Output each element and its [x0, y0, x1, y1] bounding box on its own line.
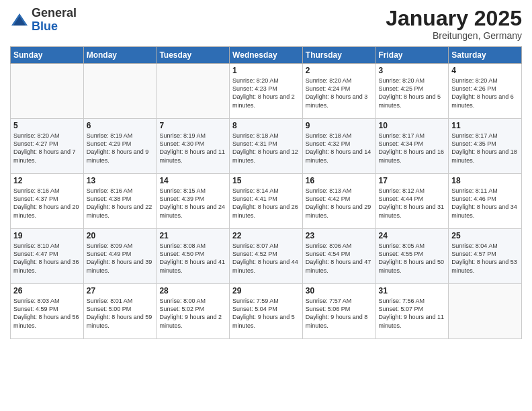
day-number: 20: [87, 231, 154, 240]
calendar-cell: 6Sunrise: 8:19 AM Sunset: 4:29 PM Daylig…: [83, 119, 157, 174]
day-number: 4: [451, 66, 519, 75]
day-info: Sunrise: 8:18 AM Sunset: 4:32 PM Dayligh…: [306, 132, 373, 165]
day-info: Sunrise: 8:18 AM Sunset: 4:31 PM Dayligh…: [232, 132, 300, 165]
page-header: General Blue January 2025 Breitungen, Ge…: [10, 7, 522, 41]
calendar-cell: 2Sunrise: 8:20 AM Sunset: 4:24 PM Daylig…: [302, 64, 375, 119]
logo-icon: [10, 11, 29, 30]
day-number: 19: [13, 231, 81, 240]
col-sunday: Sunday: [11, 47, 84, 64]
day-info: Sunrise: 8:04 AM Sunset: 4:57 PM Dayligh…: [451, 242, 519, 275]
month-title: January 2025: [386, 7, 522, 30]
calendar-cell: 13Sunrise: 8:16 AM Sunset: 4:38 PM Dayli…: [83, 174, 157, 229]
col-saturday: Saturday: [449, 47, 522, 64]
day-info: Sunrise: 7:57 AM Sunset: 5:06 PM Dayligh…: [306, 297, 373, 330]
logo-text: General Blue: [32, 7, 77, 34]
day-info: Sunrise: 8:14 AM Sunset: 4:41 PM Dayligh…: [232, 187, 300, 220]
col-tuesday: Tuesday: [157, 47, 230, 64]
day-number: 31: [379, 286, 446, 295]
calendar-cell: 19Sunrise: 8:10 AM Sunset: 4:47 PM Dayli…: [11, 229, 84, 284]
calendar-cell: 26Sunrise: 8:03 AM Sunset: 4:59 PM Dayli…: [11, 284, 84, 339]
day-number: 26: [13, 286, 81, 295]
day-number: 24: [379, 231, 446, 240]
day-info: Sunrise: 7:56 AM Sunset: 5:07 PM Dayligh…: [379, 297, 446, 330]
calendar-cell: 12Sunrise: 8:16 AM Sunset: 4:37 PM Dayli…: [11, 174, 84, 229]
day-number: 6: [87, 121, 154, 130]
day-info: Sunrise: 8:11 AM Sunset: 4:46 PM Dayligh…: [451, 187, 519, 220]
calendar-cell: 5Sunrise: 8:20 AM Sunset: 4:27 PM Daylig…: [11, 119, 84, 174]
day-number: 14: [159, 176, 226, 185]
day-number: 3: [379, 66, 446, 75]
day-info: Sunrise: 8:20 AM Sunset: 4:23 PM Dayligh…: [232, 77, 300, 109]
day-number: 21: [159, 231, 226, 240]
day-info: Sunrise: 8:07 AM Sunset: 4:52 PM Dayligh…: [232, 242, 300, 275]
day-info: Sunrise: 8:06 AM Sunset: 4:54 PM Dayligh…: [306, 242, 373, 275]
calendar-week-2: 5Sunrise: 8:20 AM Sunset: 4:27 PM Daylig…: [11, 119, 522, 174]
calendar-cell: 14Sunrise: 8:15 AM Sunset: 4:39 PM Dayli…: [157, 174, 230, 229]
col-wednesday: Wednesday: [230, 47, 303, 64]
day-info: Sunrise: 8:08 AM Sunset: 4:50 PM Dayligh…: [159, 242, 226, 275]
day-info: Sunrise: 8:17 AM Sunset: 4:35 PM Dayligh…: [451, 132, 519, 165]
location: Breitungen, Germany: [386, 30, 522, 41]
logo-blue: Blue: [32, 19, 58, 33]
day-number: 18: [451, 176, 519, 185]
logo-general: General: [32, 6, 77, 19]
day-number: 7: [159, 121, 226, 130]
calendar-cell: 20Sunrise: 8:09 AM Sunset: 4:49 PM Dayli…: [83, 229, 157, 284]
day-number: 23: [306, 231, 373, 240]
day-number: 22: [232, 231, 300, 240]
day-number: 17: [379, 176, 446, 185]
calendar-cell: [449, 284, 522, 339]
day-info: Sunrise: 8:19 AM Sunset: 4:30 PM Dayligh…: [159, 132, 226, 165]
day-number: 10: [379, 121, 446, 130]
calendar-week-3: 12Sunrise: 8:16 AM Sunset: 4:37 PM Dayli…: [11, 174, 522, 229]
day-number: 30: [306, 286, 373, 295]
calendar-cell: 31Sunrise: 7:56 AM Sunset: 5:07 PM Dayli…: [375, 284, 449, 339]
day-info: Sunrise: 8:17 AM Sunset: 4:34 PM Dayligh…: [379, 132, 446, 165]
day-info: Sunrise: 8:15 AM Sunset: 4:39 PM Dayligh…: [159, 187, 226, 220]
calendar: Sunday Monday Tuesday Wednesday Thursday…: [10, 46, 522, 339]
day-number: 9: [306, 121, 373, 130]
day-info: Sunrise: 8:16 AM Sunset: 4:38 PM Dayligh…: [87, 187, 154, 220]
day-info: Sunrise: 8:20 AM Sunset: 4:27 PM Dayligh…: [13, 132, 81, 165]
calendar-cell: 10Sunrise: 8:17 AM Sunset: 4:34 PM Dayli…: [375, 119, 449, 174]
title-block: January 2025 Breitungen, Germany: [386, 7, 522, 41]
calendar-cell: 28Sunrise: 8:00 AM Sunset: 5:02 PM Dayli…: [157, 284, 230, 339]
calendar-cell: 1Sunrise: 8:20 AM Sunset: 4:23 PM Daylig…: [230, 64, 303, 119]
calendar-cell: 9Sunrise: 8:18 AM Sunset: 4:32 PM Daylig…: [302, 119, 375, 174]
day-info: Sunrise: 8:13 AM Sunset: 4:42 PM Dayligh…: [306, 187, 373, 220]
day-number: 2: [306, 66, 373, 75]
calendar-cell: 4Sunrise: 8:20 AM Sunset: 4:26 PM Daylig…: [449, 64, 522, 119]
day-info: Sunrise: 7:59 AM Sunset: 5:04 PM Dayligh…: [232, 297, 300, 330]
calendar-cell: 29Sunrise: 7:59 AM Sunset: 5:04 PM Dayli…: [230, 284, 303, 339]
calendar-cell: 3Sunrise: 8:20 AM Sunset: 4:25 PM Daylig…: [375, 64, 449, 119]
day-number: 12: [13, 176, 81, 185]
calendar-cell: 18Sunrise: 8:11 AM Sunset: 4:46 PM Dayli…: [449, 174, 522, 229]
calendar-week-1: 1Sunrise: 8:20 AM Sunset: 4:23 PM Daylig…: [11, 64, 522, 119]
calendar-cell: 24Sunrise: 8:05 AM Sunset: 4:55 PM Dayli…: [375, 229, 449, 284]
day-number: 1: [232, 66, 300, 75]
day-number: 15: [232, 176, 300, 185]
day-number: 28: [159, 286, 226, 295]
day-info: Sunrise: 8:05 AM Sunset: 4:55 PM Dayligh…: [379, 242, 446, 275]
day-info: Sunrise: 8:10 AM Sunset: 4:47 PM Dayligh…: [13, 242, 81, 275]
calendar-cell: 17Sunrise: 8:12 AM Sunset: 4:44 PM Dayli…: [375, 174, 449, 229]
day-number: 16: [306, 176, 373, 185]
day-number: 8: [232, 121, 300, 130]
day-info: Sunrise: 8:03 AM Sunset: 4:59 PM Dayligh…: [13, 297, 81, 330]
calendar-cell: 30Sunrise: 7:57 AM Sunset: 5:06 PM Dayli…: [302, 284, 375, 339]
col-thursday: Thursday: [302, 47, 375, 64]
day-info: Sunrise: 8:20 AM Sunset: 4:24 PM Dayligh…: [306, 77, 373, 109]
calendar-cell: 16Sunrise: 8:13 AM Sunset: 4:42 PM Dayli…: [302, 174, 375, 229]
day-number: 5: [13, 121, 81, 130]
calendar-cell: 15Sunrise: 8:14 AM Sunset: 4:41 PM Dayli…: [230, 174, 303, 229]
calendar-header-row: Sunday Monday Tuesday Wednesday Thursday…: [11, 47, 522, 64]
col-monday: Monday: [83, 47, 157, 64]
calendar-cell: 23Sunrise: 8:06 AM Sunset: 4:54 PM Dayli…: [302, 229, 375, 284]
logo: General Blue: [10, 7, 77, 34]
calendar-cell: [157, 64, 230, 119]
day-info: Sunrise: 8:19 AM Sunset: 4:29 PM Dayligh…: [87, 132, 154, 165]
day-info: Sunrise: 8:16 AM Sunset: 4:37 PM Dayligh…: [13, 187, 81, 220]
day-info: Sunrise: 8:00 AM Sunset: 5:02 PM Dayligh…: [159, 297, 226, 330]
day-info: Sunrise: 8:12 AM Sunset: 4:44 PM Dayligh…: [379, 187, 446, 220]
calendar-cell: 21Sunrise: 8:08 AM Sunset: 4:50 PM Dayli…: [157, 229, 230, 284]
